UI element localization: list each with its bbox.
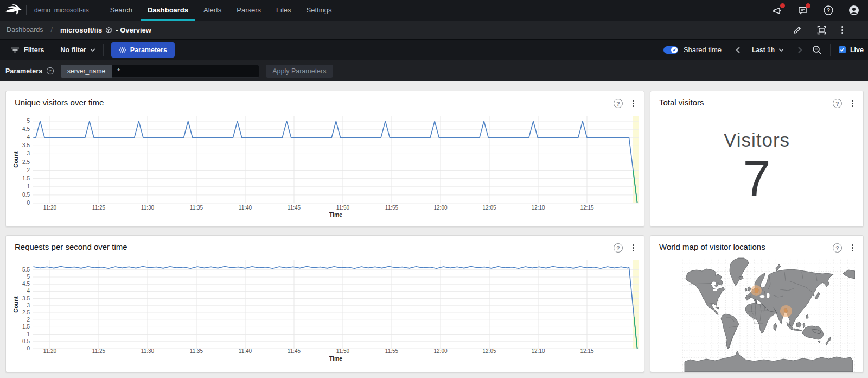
svg-text:0.5: 0.5	[22, 338, 30, 344]
chevron-down-icon[interactable]	[778, 48, 784, 52]
svg-text:Count: Count	[12, 296, 19, 313]
time-range-label: Last 1h	[752, 46, 775, 54]
shared-time-label: Shared time	[684, 46, 722, 54]
svg-text:12:15: 12:15	[580, 348, 593, 354]
svg-text:11:40: 11:40	[239, 348, 252, 354]
nav-item-search[interactable]: Search	[103, 0, 140, 21]
svg-text:11:35: 11:35	[190, 205, 203, 211]
svg-text:?: ?	[49, 68, 52, 73]
nav-item-files[interactable]: Files	[269, 0, 298, 21]
nav-item-alerts[interactable]: Alerts	[196, 0, 229, 21]
svg-text:5: 5	[27, 118, 30, 124]
no-filter-dropdown[interactable]: No filter	[61, 46, 95, 54]
svg-text:12:00: 12:00	[433, 205, 447, 211]
svg-text:11:20: 11:20	[43, 205, 57, 211]
svg-text:Time: Time	[329, 211, 342, 218]
svg-text:1: 1	[27, 184, 30, 190]
world-map	[682, 257, 855, 372]
panel-requests-per-second: Requests per second over time ? 00.511.5…	[5, 235, 644, 373]
svg-text:11:35: 11:35	[190, 348, 203, 354]
divider	[97, 5, 97, 15]
stat-label: Visitors	[650, 129, 863, 151]
total-visitors-stat: Visitors 7	[650, 129, 863, 203]
widget-menu-icon[interactable]	[852, 100, 853, 107]
nav-item-dashboards[interactable]: Dashboards	[140, 0, 196, 21]
unique-visitors-chart: 00.511.522.533.544.5511:2011:2511:3011:3…	[6, 91, 644, 226]
svg-text:11:55: 11:55	[385, 205, 399, 211]
svg-text:0: 0	[27, 200, 30, 206]
svg-text:1: 1	[27, 331, 30, 337]
svg-text:?: ?	[827, 8, 830, 14]
zoom-out-icon[interactable]	[812, 45, 822, 55]
breadcrumb-title: microsoft/iis - Overview	[60, 26, 151, 34]
breadcrumb-bar: Dashboards / microsoft/iis - Overview	[0, 21, 868, 39]
edit-pencil-icon[interactable]	[793, 26, 802, 35]
widget-help-icon[interactable]: ?	[833, 99, 842, 108]
nav-item-parsers[interactable]: Parsers	[229, 0, 269, 21]
svg-text:2.5: 2.5	[22, 159, 30, 165]
widget-help-icon[interactable]: ?	[833, 243, 842, 253]
svg-text:11:40: 11:40	[239, 205, 252, 211]
svg-text:12:00: 12:00	[433, 348, 447, 354]
shared-time-toggle[interactable]	[663, 46, 678, 54]
info-icon[interactable]: ?	[46, 67, 54, 75]
chevron-right-icon[interactable]	[798, 47, 802, 53]
messages-icon[interactable]	[797, 5, 808, 16]
filters-label[interactable]: Filters	[24, 46, 44, 54]
svg-text:Count: Count	[12, 151, 19, 168]
svg-text:11:50: 11:50	[336, 205, 350, 211]
parameters-bar: Parameters ? server_name * Apply Paramet…	[0, 60, 868, 81]
svg-text:12:10: 12:10	[531, 348, 545, 354]
chevron-left-icon[interactable]	[736, 47, 740, 53]
top-nav: demo_microsoft-iis Search Dashboards Ale…	[0, 0, 868, 21]
live-checkbox[interactable]	[839, 46, 846, 53]
svg-text:3.5: 3.5	[22, 295, 30, 301]
dashboard-screen: demo_microsoft-iis Search Dashboards Ale…	[0, 0, 868, 378]
parameters-button[interactable]: Parameters	[111, 42, 175, 58]
widget-menu-icon[interactable]	[852, 244, 853, 251]
announcements-icon[interactable]	[772, 5, 783, 16]
svg-text:1.5: 1.5	[22, 175, 30, 181]
breadcrumb-actions	[793, 26, 843, 35]
package-name: microsoft/iis	[60, 26, 102, 34]
fullscreen-icon[interactable]	[817, 26, 826, 35]
svg-text:Time: Time	[329, 355, 342, 362]
svg-text:1.5: 1.5	[22, 324, 30, 330]
svg-text:2.5: 2.5	[22, 310, 30, 316]
user-avatar-icon[interactable]	[848, 5, 859, 16]
svg-text:4: 4	[27, 288, 30, 294]
more-options-icon[interactable]	[841, 26, 843, 34]
svg-text:11:25: 11:25	[92, 205, 106, 211]
help-icon[interactable]: ?	[823, 5, 834, 16]
param-name-chip: server_name	[61, 65, 112, 78]
param-value-input[interactable]: *	[112, 65, 259, 78]
repo-name[interactable]: demo_microsoft-iis	[34, 7, 89, 14]
svg-text:5.5: 5.5	[22, 267, 30, 273]
svg-text:3: 3	[27, 303, 30, 308]
svg-text:11:45: 11:45	[288, 348, 301, 354]
svg-text:5: 5	[27, 274, 30, 280]
panel-title: Total visitors	[659, 98, 704, 107]
parameters-label-wrap: Parameters ?	[5, 67, 54, 75]
svg-text:4.5: 4.5	[22, 281, 30, 287]
crowdstrike-falcon-logo[interactable]	[4, 3, 23, 17]
time-range-dropdown[interactable]: Last 1h	[752, 46, 775, 54]
nav-item-settings[interactable]: Settings	[299, 0, 340, 21]
divider	[103, 44, 104, 56]
panel-title: World map of visitor locations	[659, 242, 765, 251]
svg-text:12:05: 12:05	[482, 348, 496, 354]
svg-text:11:30: 11:30	[141, 348, 155, 354]
panel-unique-visitors: Unique visitors over time ? 00.511.522.5…	[5, 91, 644, 227]
live-label: Live	[850, 46, 864, 54]
breadcrumb-dashboards[interactable]: Dashboards	[7, 26, 43, 34]
filter-funnel-icon	[11, 46, 20, 54]
parameters-label: Parameters	[5, 67, 42, 75]
svg-text:12:15: 12:15	[580, 205, 593, 211]
no-filter-label: No filter	[61, 46, 86, 54]
parameters-button-label: Parameters	[130, 46, 167, 54]
filter-bar: Filters No filter Parameters Shared time…	[0, 39, 868, 60]
apply-parameters-button[interactable]: Apply Parameters	[266, 65, 333, 78]
svg-text:3.5: 3.5	[22, 142, 30, 148]
svg-text:0: 0	[27, 345, 30, 351]
svg-text:12:05: 12:05	[482, 205, 496, 211]
